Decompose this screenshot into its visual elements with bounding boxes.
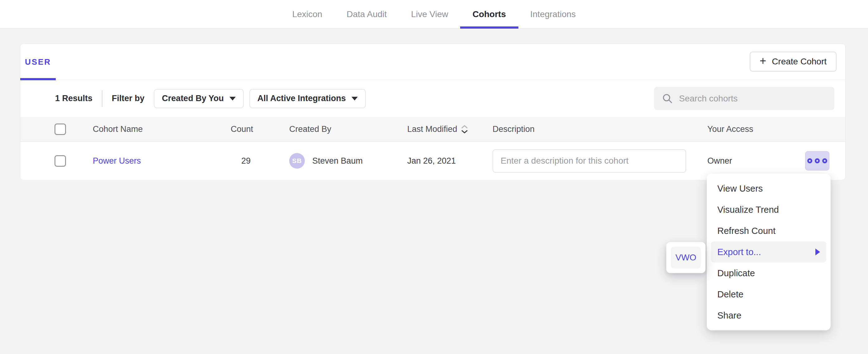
tab-cohorts[interactable]: Cohorts bbox=[473, 0, 506, 29]
menu-item-share[interactable]: Share bbox=[707, 305, 831, 326]
header-your-access: Your Access bbox=[687, 124, 786, 134]
created-by-dropdown-label: Created By You bbox=[162, 94, 224, 103]
header-description: Description bbox=[473, 124, 687, 134]
plus-icon: + bbox=[760, 55, 766, 67]
menu-item-visualize-trend[interactable]: Visualize Trend bbox=[707, 199, 831, 220]
tab-lexicon[interactable]: Lexicon bbox=[292, 0, 322, 29]
tab-user-cohorts[interactable]: USER bbox=[20, 44, 56, 80]
search-input[interactable] bbox=[679, 94, 829, 104]
created-by-dropdown[interactable]: Created By You bbox=[154, 89, 244, 108]
menu-item-view-users[interactable]: View Users bbox=[707, 178, 831, 199]
header-last-modified[interactable]: Last Modified bbox=[387, 124, 473, 134]
header-created-by: Created By bbox=[251, 124, 387, 134]
filter-by-label: Filter by bbox=[112, 94, 145, 103]
ellipsis-icon bbox=[807, 158, 812, 163]
avatar: SB bbox=[289, 153, 305, 169]
row-actions-menu: View Users Visualize Trend Refresh Count… bbox=[707, 173, 831, 330]
cohort-type-bar: USER + Create Cohort bbox=[20, 44, 845, 80]
ellipsis-icon bbox=[815, 158, 820, 163]
cohort-count: 29 bbox=[231, 156, 251, 166]
row-actions-button[interactable] bbox=[805, 151, 829, 170]
create-cohort-label: Create Cohort bbox=[772, 57, 827, 67]
tab-integrations[interactable]: Integrations bbox=[530, 0, 576, 29]
description-input[interactable] bbox=[493, 149, 686, 173]
header-cohort-name: Cohort Name bbox=[93, 124, 231, 134]
chevron-down-icon bbox=[351, 97, 358, 100]
submenu-item-vwo[interactable]: VWO bbox=[671, 247, 701, 268]
filter-bar: 1 Results Filter by Created By You All A… bbox=[20, 80, 845, 117]
chevron-down-icon bbox=[229, 97, 236, 100]
row-checkbox[interactable] bbox=[55, 155, 66, 167]
tab-data-audit[interactable]: Data Audit bbox=[346, 0, 387, 29]
tab-user-label: USER bbox=[25, 57, 51, 67]
menu-item-delete[interactable]: Delete bbox=[707, 284, 831, 305]
last-modified-date: Jan 26, 2021 bbox=[387, 156, 473, 166]
menu-item-duplicate[interactable]: Duplicate bbox=[707, 262, 831, 284]
results-count: 1 Results bbox=[55, 94, 92, 103]
menu-item-refresh-count[interactable]: Refresh Count bbox=[707, 220, 831, 242]
tab-live-view[interactable]: Live View bbox=[411, 0, 448, 29]
search-icon bbox=[662, 93, 673, 104]
header-last-modified-label: Last Modified bbox=[407, 124, 457, 134]
access-value: Owner bbox=[687, 156, 786, 166]
created-by-name: Steven Baum bbox=[312, 156, 363, 166]
sort-icon[interactable] bbox=[461, 125, 468, 134]
cohort-name-link[interactable]: Power Users bbox=[93, 156, 141, 165]
menu-item-export-to-label: Export to... bbox=[717, 247, 761, 257]
integrations-dropdown[interactable]: All Active Integrations bbox=[249, 89, 366, 108]
ellipsis-icon bbox=[822, 158, 827, 163]
submenu-arrow-icon bbox=[815, 249, 820, 255]
menu-item-export-to[interactable]: Export to... bbox=[711, 242, 826, 262]
table-header: Cohort Name Count Created By Last Modifi… bbox=[20, 117, 845, 142]
export-submenu: VWO bbox=[666, 242, 706, 273]
select-all-checkbox[interactable] bbox=[55, 124, 66, 135]
integrations-dropdown-label: All Active Integrations bbox=[257, 94, 346, 103]
create-cohort-button[interactable]: + Create Cohort bbox=[750, 52, 837, 71]
top-navigation: Lexicon Data Audit Live View Cohorts Int… bbox=[0, 0, 868, 29]
divider bbox=[102, 90, 102, 107]
search-cohorts-box bbox=[654, 87, 834, 110]
header-count: Count bbox=[231, 124, 251, 134]
cohorts-card: USER + Create Cohort 1 Results Filter by… bbox=[20, 43, 845, 180]
